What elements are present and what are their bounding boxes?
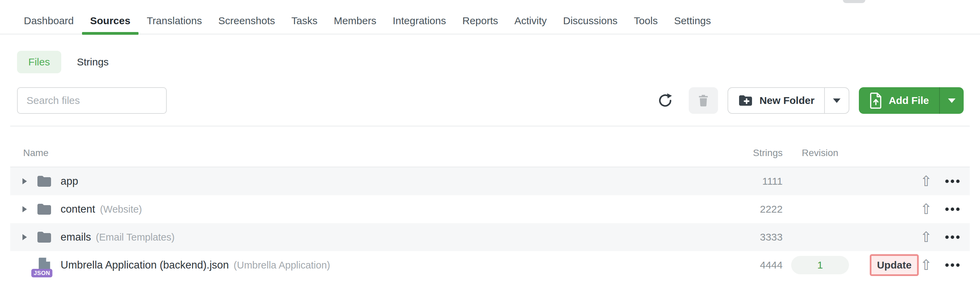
expand-toggle[interactable] xyxy=(22,234,30,240)
table-row-folder-app[interactable]: app 1111 ⇧ xyxy=(10,167,970,195)
update-button[interactable]: Update xyxy=(870,254,919,276)
file-type-badge: JSON xyxy=(31,269,52,277)
table-header: Name Strings Revision xyxy=(10,126,970,167)
upload-icon[interactable]: ⇧ xyxy=(920,174,932,189)
nav-item-discussions[interactable]: Discussions xyxy=(563,15,617,27)
add-file-split-button: Add File xyxy=(859,87,964,114)
cut-off-top-element xyxy=(843,0,865,3)
name-cell: app xyxy=(10,174,714,188)
name-cell: JSON Umbrella Application (backend).json… xyxy=(10,257,714,273)
more-actions-button[interactable] xyxy=(945,235,959,239)
nav-item-reports[interactable]: Reports xyxy=(463,15,498,27)
files-table: Name Strings Revision app 1111 xyxy=(10,126,970,279)
folder-icon xyxy=(35,202,53,216)
folder-name: content xyxy=(60,203,95,215)
refresh-button[interactable] xyxy=(657,93,673,108)
more-actions-button[interactable] xyxy=(945,264,959,267)
project-nav: Dashboard Sources Translations Screensho… xyxy=(0,0,980,34)
row-actions: ⇧ xyxy=(919,258,959,272)
tab-strings[interactable]: Strings xyxy=(77,56,108,68)
chevron-right-icon xyxy=(22,206,27,212)
column-header-name: Name xyxy=(10,147,714,158)
nav-item-tasks[interactable]: Tasks xyxy=(291,15,318,27)
nav-item-tools[interactable]: Tools xyxy=(634,15,658,27)
new-folder-split-button: New Folder xyxy=(727,87,850,114)
folder-note: (Email Templates) xyxy=(96,232,175,243)
nav-item-integrations[interactable]: Integrations xyxy=(393,15,446,27)
folder-icon xyxy=(35,230,53,244)
upload-icon[interactable]: ⇧ xyxy=(920,230,932,244)
expand-toggle[interactable] xyxy=(22,178,30,184)
name-cell: content (Website) xyxy=(10,202,714,216)
row-actions: ⇧ xyxy=(919,174,959,189)
add-file-button[interactable]: Add File xyxy=(859,87,939,114)
nav-item-settings[interactable]: Settings xyxy=(674,15,711,27)
refresh-icon xyxy=(657,93,673,108)
chevron-right-icon xyxy=(22,234,27,240)
search-input[interactable] xyxy=(17,87,167,114)
nav-item-screenshots[interactable]: Screenshots xyxy=(218,15,275,27)
chevron-right-icon xyxy=(22,178,27,184)
files-toolbar: New Folder Add File xyxy=(17,87,964,114)
file-note: (Umbrella Application) xyxy=(234,260,331,271)
row-actions: ⇧ xyxy=(919,230,959,244)
trash-icon xyxy=(696,93,711,108)
folder-note: (Website) xyxy=(100,204,142,215)
new-folder-button[interactable]: New Folder xyxy=(728,88,824,113)
file-name: Umbrella Application (backend).json xyxy=(60,259,229,271)
upload-icon[interactable]: ⇧ xyxy=(920,202,932,216)
tab-files[interactable]: Files xyxy=(17,51,61,73)
nav-item-sources[interactable]: Sources xyxy=(90,15,130,27)
chevron-down-icon xyxy=(833,99,840,103)
more-actions-button[interactable] xyxy=(945,179,959,183)
folder-name: emails xyxy=(60,231,91,243)
folder-name: app xyxy=(60,175,78,187)
new-folder-dropdown-toggle[interactable] xyxy=(824,88,849,113)
nav-item-members[interactable]: Members xyxy=(334,15,376,27)
sources-subtabs: Files Strings xyxy=(17,51,980,73)
delete-button[interactable] xyxy=(689,87,718,114)
strings-count: 4444 xyxy=(714,259,783,271)
json-file-icon: JSON xyxy=(35,257,53,273)
update-cell: Update xyxy=(858,254,919,276)
table-row-folder-emails[interactable]: emails (Email Templates) 3333 ⇧ xyxy=(10,223,970,251)
more-actions-button[interactable] xyxy=(945,208,959,211)
column-header-revision: Revision xyxy=(783,147,858,158)
table-row-file-umbrella-application[interactable]: JSON Umbrella Application (backend).json… xyxy=(10,251,970,279)
strings-count: 3333 xyxy=(714,231,783,243)
nav-item-dashboard[interactable]: Dashboard xyxy=(24,15,74,27)
expand-toggle[interactable] xyxy=(22,206,30,212)
file-upload-icon xyxy=(869,92,883,109)
row-actions: ⇧ xyxy=(919,202,959,216)
strings-count: 2222 xyxy=(714,203,783,215)
revision-badge[interactable]: 1 xyxy=(791,256,849,274)
revision-cell: 1 xyxy=(783,256,858,274)
folder-icon xyxy=(35,174,53,188)
add-file-label: Add File xyxy=(889,95,929,106)
upload-icon[interactable]: ⇧ xyxy=(920,258,932,272)
sources-files-page: Dashboard Sources Translations Screensho… xyxy=(0,0,980,291)
column-header-strings: Strings xyxy=(714,147,783,158)
new-folder-label: New Folder xyxy=(759,95,815,106)
nav-item-activity[interactable]: Activity xyxy=(514,15,547,27)
add-file-dropdown-toggle[interactable] xyxy=(939,87,964,114)
table-row-folder-content[interactable]: content (Website) 2222 ⇧ xyxy=(10,195,970,223)
nav-item-translations[interactable]: Translations xyxy=(147,15,202,27)
chevron-down-icon xyxy=(948,99,956,103)
strings-count: 1111 xyxy=(714,176,783,187)
name-cell: emails (Email Templates) xyxy=(10,230,714,244)
folder-plus-icon xyxy=(738,94,753,107)
